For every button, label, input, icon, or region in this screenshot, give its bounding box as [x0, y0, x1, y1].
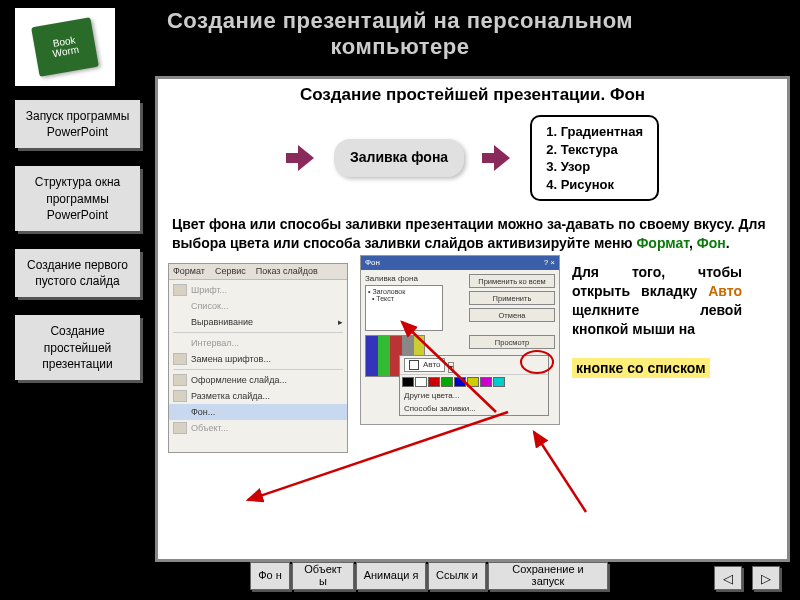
pager: ◁ ▷ — [714, 566, 780, 590]
apply-all-button[interactable]: Применить ко всем — [469, 274, 555, 288]
page-title: Создание презентаций на персональном ком… — [0, 0, 800, 72]
sidebar-item-launch[interactable]: Запуск программы PowerPoint — [15, 100, 140, 148]
sidebar: Запуск программы PowerPoint Структура ок… — [15, 100, 140, 380]
tab-background[interactable]: Фо н — [250, 562, 290, 590]
menu-item[interactable]: Фон... — [169, 404, 347, 420]
screenshot-menubar: Формат Сервис Показ слайдов — [169, 264, 347, 280]
menu-item[interactable]: Объект... — [169, 420, 347, 436]
preview-button[interactable]: Просмотр — [469, 335, 555, 349]
content-panel: Создание простейшей презентации. Фон Зал… — [155, 76, 790, 562]
keyword-format: Формат — [636, 235, 689, 251]
menu-item[interactable]: Оформление слайда... — [169, 372, 347, 388]
tab-links[interactable]: Ссылк и — [428, 562, 486, 590]
prev-button[interactable]: ◁ — [714, 566, 742, 590]
list-item: 1. Градиентная — [546, 123, 643, 141]
arrow-icon — [482, 145, 512, 171]
highlight-circle — [520, 350, 554, 374]
next-button[interactable]: ▷ — [752, 566, 780, 590]
screenshot-background-dialog: Фон ? × Заливка фона • Заголовок • Текст — [360, 255, 560, 425]
list-item: 4. Рисунок — [546, 176, 643, 194]
auto-color-option[interactable]: Авто — [404, 358, 445, 372]
menu-item[interactable]: Интервал... — [169, 335, 347, 351]
triangle-left-icon: ◁ — [723, 571, 733, 586]
sidebar-item-structure[interactable]: Структура окна программы PowerPoint — [15, 166, 140, 231]
book-icon — [31, 17, 99, 77]
triangle-right-icon: ▷ — [761, 571, 771, 586]
tab-save-run[interactable]: Сохранение и запуск — [488, 562, 608, 590]
menu-item[interactable]: Разметка слайда... — [169, 388, 347, 404]
sidebar-item-simple-presentation[interactable]: Создание простейшей презентации — [15, 315, 140, 380]
arrow-icon — [286, 145, 316, 171]
tab-animation[interactable]: Анимаци я — [356, 562, 426, 590]
keyword-auto: Авто — [708, 283, 742, 299]
menu-item[interactable]: Замена шрифтов... — [169, 351, 347, 367]
dialog-titlebar: Фон ? × — [361, 256, 559, 270]
apply-button[interactable]: Применить — [469, 291, 555, 305]
list-item: 2. Текстура — [546, 141, 643, 159]
content-subtitle: Создание простейшей презентации. Фон — [168, 85, 777, 105]
bottom-tabs: Фо н Объект ы Анимаци я Ссылк и Сохранен… — [250, 562, 608, 590]
dropdown-arrow-button[interactable]: ▾ — [448, 362, 454, 373]
menu-item[interactable]: Шрифт... — [169, 282, 347, 298]
color-swatch-row[interactable] — [400, 374, 548, 389]
logo — [15, 8, 115, 86]
fill-type-list: 1. Градиентная 2. Текстура 3. Узор 4. Ри… — [530, 115, 659, 201]
fill-methods-item[interactable]: Способы заливки... — [400, 402, 548, 415]
side-paragraph: Для того, чтобы открыть вкладку Авто щел… — [572, 263, 742, 380]
color-popover: Авто ▾ Другие цвета... Способы заливки..… — [399, 355, 549, 416]
more-colors-item[interactable]: Другие цвета... — [400, 389, 548, 402]
flow-row: Заливка фона 1. Градиентная 2. Текстура … — [168, 115, 777, 201]
keyword-fon: Фон — [697, 235, 726, 251]
screenshot-format-menu: Формат Сервис Показ слайдов Шрифт...Спис… — [168, 263, 348, 453]
menu-item[interactable]: Список... — [169, 298, 347, 314]
tab-objects[interactable]: Объект ы — [292, 562, 354, 590]
callout-list-button: кнопке со списком — [572, 358, 710, 378]
flow-box-fill: Заливка фона — [334, 139, 464, 177]
cancel-button[interactable]: Отмена — [469, 308, 555, 322]
menu-item[interactable]: Выравнивание▸ — [169, 314, 347, 330]
sidebar-item-first-slide[interactable]: Создание первого пустого слайда — [15, 249, 140, 297]
body-paragraph: Цвет фона или способы заливки презентаци… — [172, 215, 773, 253]
list-item: 3. Узор — [546, 158, 643, 176]
